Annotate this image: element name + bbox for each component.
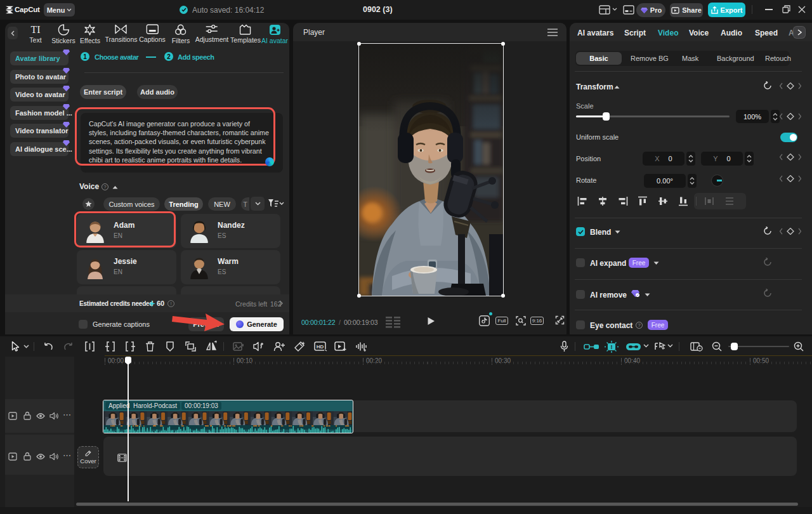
svg-text:TI: TI (30, 24, 40, 35)
svg-text:!: ! (611, 344, 613, 350)
svg-text:HD: HD (317, 344, 324, 350)
